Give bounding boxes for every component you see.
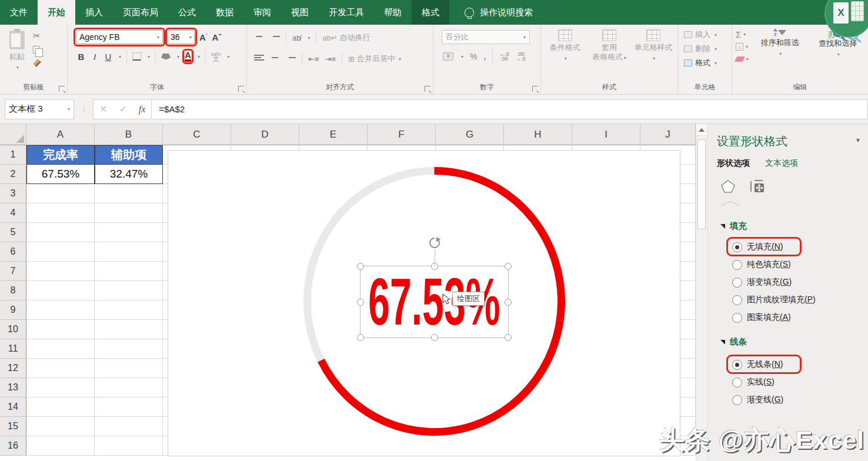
cell-styles-button[interactable]: 单元格样式▾ [633,29,674,82]
underline-button[interactable]: U [104,52,112,62]
align-bottom-button[interactable] [270,34,280,42]
formula-bar-splitter[interactable]: ⋮ [80,105,87,113]
font-dialog-launcher[interactable] [238,86,244,92]
copy-button[interactable]: ▾ [33,44,46,55]
column-header-F[interactable]: F [368,124,436,145]
fill-color-button[interactable] [161,54,171,60]
option-fill-3[interactable]: 渐变填充(G) [732,275,792,290]
align-center-button[interactable] [270,55,280,63]
increase-decimal-button[interactable]: ←.0.00 [499,52,509,61]
ribbon-tab-数据[interactable]: 数据 [206,0,243,25]
decrease-decimal-button[interactable]: .00→.0 [516,52,526,61]
cell-B1[interactable]: 辅助项 [95,145,163,165]
cell-B9[interactable] [95,300,163,320]
radio-unselected[interactable] [732,278,742,288]
ribbon-tab-格式[interactable]: 格式 [412,0,449,25]
cell-A15[interactable] [26,417,95,436]
cut-button[interactable]: ✂ [33,31,46,41]
column-header-B[interactable]: B [95,124,163,145]
row-header-12[interactable]: 12 [0,359,26,378]
cell-A4[interactable] [26,203,95,223]
cell-A2[interactable]: 67.53% [26,165,95,184]
align-right-button[interactable] [286,55,296,63]
radio-unselected[interactable] [732,295,742,305]
radio-unselected[interactable] [732,395,742,405]
formula-input[interactable]: =$A$2 [152,99,868,119]
ribbon-tab-文件[interactable]: 文件 [0,0,38,25]
cell-A8[interactable] [26,281,95,300]
fill-button[interactable]: ↓▾ [736,42,749,51]
alignment-dialog-launcher[interactable] [425,86,430,92]
cell-A6[interactable] [26,242,95,262]
section-line[interactable]: 线条 [720,336,747,348]
option-line-1[interactable]: 无线条(N) [732,357,783,372]
clear-button[interactable]: ▾ [736,54,749,64]
row-header-13[interactable]: 13 [0,378,26,397]
conditional-format-button[interactable]: 条件格式▾ [545,29,585,82]
cell-B7[interactable] [95,262,163,281]
comma-style-button[interactable]: , [483,52,486,61]
tab-shape-options[interactable]: 形状选项 [717,158,750,169]
column-header-D[interactable]: D [231,124,299,145]
cell-B3[interactable] [95,184,163,203]
section-fill[interactable]: 填充 [720,221,747,232]
decrease-font-button[interactable]: Aˇ [212,32,222,42]
cell-A10[interactable] [26,320,95,339]
cancel-entry-button[interactable]: ✕ [99,103,107,115]
font-name-combo[interactable]: Agency FB▾ [76,30,163,44]
percent-style-button[interactable]: % [470,52,477,61]
cell-A3[interactable] [26,184,95,203]
cell-A9[interactable] [26,300,95,320]
number-dialog-launcher[interactable] [532,86,538,92]
row-header-4[interactable]: 4 [0,203,26,223]
radio-unselected[interactable] [732,378,742,387]
tab-text-options[interactable]: 文本选项 [765,158,798,169]
format-painter-button[interactable] [33,58,46,68]
tell-me-search[interactable]: 操作说明搜索 [465,0,533,25]
cell-B6[interactable] [95,242,163,262]
autosum-button[interactable]: Σ▾ [736,29,749,39]
vertical-scrollbar[interactable] [696,124,707,461]
cell-A16[interactable] [26,436,95,456]
radio-unselected[interactable] [732,260,742,270]
cell-B10[interactable] [95,320,163,339]
cell-B8[interactable] [95,281,163,300]
merge-center-button[interactable]: ⊞合并后居中▾ [348,54,401,64]
cell-A14[interactable] [26,397,95,417]
column-header-A[interactable]: A [26,124,95,145]
borders-button[interactable] [132,52,141,61]
clipboard-dialog-launcher[interactable] [59,86,65,92]
sort-filter-button[interactable]: AZ 排序和筛选▾ [753,28,807,82]
accept-entry-button[interactable]: ✓ [119,103,126,115]
ribbon-tab-开始[interactable]: 开始 [38,0,75,25]
radio-unselected[interactable] [732,313,742,323]
option-fill-4[interactable]: 图片或纹理填充(P) [732,292,816,308]
column-header-C[interactable]: C [163,124,231,145]
column-header-J[interactable]: J [640,124,696,145]
font-color-button[interactable]: A [185,51,191,62]
scroll-up-button[interactable] [696,124,707,136]
row-header-11[interactable]: 11 [0,339,26,359]
cell-A7[interactable] [26,262,95,281]
ribbon-tab-插入[interactable]: 插入 [75,0,113,25]
ribbon-tab-开发工具[interactable]: 开发工具 [319,0,374,25]
row-header-10[interactable]: 10 [0,320,26,339]
name-box[interactable]: 文本框 3▾ [5,99,74,119]
cell-B14[interactable] [95,397,163,417]
pane-options-caret[interactable]: ▼ [855,137,861,143]
row-header-1[interactable]: 1 [0,145,26,165]
option-fill-1[interactable]: 无填充(N) [732,239,783,255]
decrease-indent-button[interactable]: ⇤≡ [308,55,319,64]
ribbon-tab-审阅[interactable]: 审阅 [243,0,281,25]
phonetic-button[interactable]: wén 文 [211,52,221,62]
row-header-2[interactable]: 2 [0,165,26,184]
row-header-3[interactable]: 3 [0,184,26,203]
option-fill-2[interactable]: 纯色填充(S) [732,257,791,272]
cell-B4[interactable] [95,203,163,223]
ribbon-tab-帮助[interactable]: 帮助 [374,0,412,25]
row-header-6[interactable]: 6 [0,242,26,262]
row-header-14[interactable]: 14 [0,397,26,417]
cell-A13[interactable] [26,378,95,397]
accounting-format-button[interactable]: ¥ [443,52,453,61]
format-cells-button[interactable]: 格式▾ [684,58,728,68]
